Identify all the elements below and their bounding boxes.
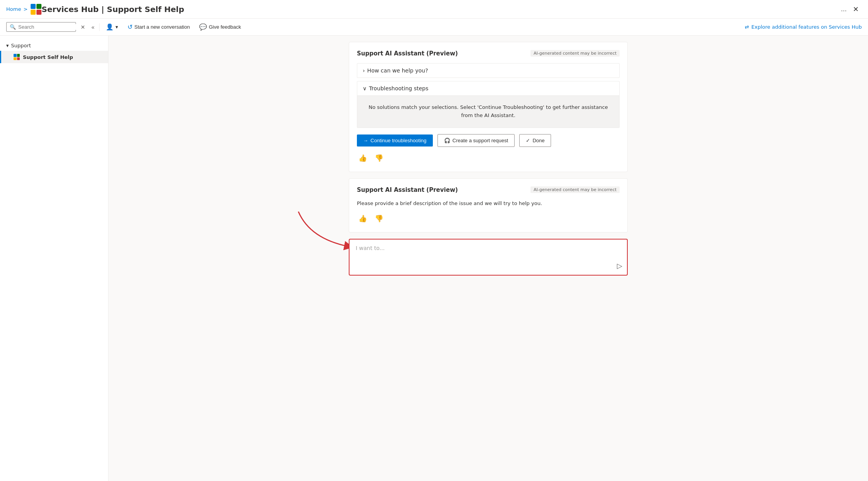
- start-new-conversation-button[interactable]: ↺ Start a new conversation: [124, 22, 193, 32]
- sidebar-group-support: ▾ Support Support Self Help: [0, 39, 108, 65]
- card-1-ai-badge: AI-generated content may be incorrect: [530, 50, 620, 57]
- home-link[interactable]: Home: [6, 6, 21, 12]
- chevron-down-icon: ▾: [6, 43, 9, 48]
- headset-icon: 🎧: [444, 138, 450, 143]
- icon-sq-yellow: [14, 57, 17, 60]
- logo-green: [36, 4, 41, 9]
- done-button[interactable]: ✓ Done: [519, 134, 551, 147]
- checkmark-icon: ✓: [526, 138, 530, 143]
- arrow-icon: →: [363, 138, 368, 143]
- card-1-buttons: → Continue troubleshooting 🎧 Create a su…: [357, 134, 620, 147]
- thumbs-up-button-1[interactable]: 👍: [357, 152, 369, 164]
- accordion-troubleshooting-header[interactable]: ∨ Troubleshooting steps: [357, 81, 619, 95]
- feedback-icon: 💬: [199, 23, 207, 31]
- main-content: Support AI Assistant (Preview) AI-genera…: [108, 36, 868, 481]
- input-area: ▷: [349, 239, 628, 276]
- sidebar-group-header[interactable]: ▾ Support: [0, 40, 108, 51]
- main-layout: ▾ Support Support Self Help Support AI A…: [0, 36, 868, 481]
- toolbar: 🔍 ✕ « 👤 ▾ ↺ Start a new conversation 💬 G…: [0, 19, 868, 36]
- accordion-troubleshooting-content: No solutions match your selections. Sele…: [357, 95, 619, 128]
- chevron-right-icon: ›: [363, 67, 365, 74]
- accordion-troubleshooting[interactable]: ∨ Troubleshooting steps No solutions mat…: [357, 81, 620, 128]
- thumbs-up-button-2[interactable]: 👍: [357, 213, 369, 224]
- icon-sq-red: [17, 57, 20, 60]
- card-2-description: Please provide a brief description of th…: [357, 200, 620, 208]
- send-button[interactable]: ▷: [617, 262, 622, 270]
- accordion-help-header[interactable]: › How can we help you?: [357, 64, 619, 78]
- icon-sq-blue: [14, 54, 17, 57]
- search-box: 🔍: [6, 22, 76, 32]
- clear-search-button[interactable]: ✕: [79, 22, 87, 32]
- close-button[interactable]: ✕: [850, 3, 862, 15]
- icon-sq-green: [17, 54, 20, 57]
- give-feedback-button[interactable]: 💬 Give feedback: [196, 22, 244, 32]
- card-2-title: Support AI Assistant (Preview): [357, 186, 458, 193]
- app-logo: [31, 4, 41, 15]
- thumbs-down-button-1[interactable]: 👎: [373, 152, 385, 164]
- logo-blue: [31, 4, 36, 9]
- send-icon: ▷: [617, 262, 622, 270]
- search-icon: 🔍: [10, 24, 16, 30]
- user-icon: 👤: [106, 23, 114, 31]
- card-2-header: Support AI Assistant (Preview) AI-genera…: [357, 186, 620, 193]
- card-1-feedback: 👍 👎: [357, 152, 620, 164]
- accordion-help[interactable]: › How can we help you?: [357, 63, 620, 78]
- continue-troubleshooting-button[interactable]: → Continue troubleshooting: [357, 134, 433, 147]
- back-button[interactable]: «: [90, 22, 96, 32]
- card-2-ai-badge: AI-generated content may be incorrect: [530, 186, 620, 193]
- breadcrumb: Home >: [6, 6, 28, 12]
- user-dropdown-icon: ▾: [115, 24, 118, 30]
- sidebar-item-icon: [14, 54, 20, 60]
- card-1-title: Support AI Assistant (Preview): [357, 50, 458, 57]
- top-bar: Home > Services Hub | Support Self Help …: [0, 0, 868, 19]
- search-input[interactable]: [18, 24, 83, 30]
- message-input[interactable]: [356, 245, 621, 268]
- page-title: Services Hub | Support Self Help: [41, 5, 838, 14]
- explore-link[interactable]: ⇄ Explore additional features on Service…: [745, 24, 862, 30]
- thumbs-down-button-2[interactable]: 👎: [373, 213, 385, 224]
- logo-red: [36, 10, 41, 15]
- breadcrumb-separator: >: [23, 6, 28, 12]
- card-1-header: Support AI Assistant (Preview) AI-genera…: [357, 50, 620, 57]
- create-support-request-button[interactable]: 🎧 Create a support request: [437, 134, 515, 147]
- card-2-feedback: 👍 👎: [357, 213, 620, 224]
- user-icon-button[interactable]: 👤 ▾: [103, 22, 121, 32]
- sidebar-item-support-self-help[interactable]: Support Self Help: [0, 51, 108, 63]
- chevron-down-icon: ∨: [363, 85, 367, 91]
- card-2: Support AI Assistant (Preview) AI-genera…: [349, 178, 628, 233]
- refresh-icon: ↺: [127, 23, 133, 31]
- sidebar: ▾ Support Support Self Help: [0, 36, 108, 481]
- explore-icon: ⇄: [745, 24, 749, 30]
- logo-yellow: [31, 10, 36, 15]
- card-1: Support AI Assistant (Preview) AI-genera…: [349, 42, 628, 172]
- toolbar-separator: [99, 23, 100, 31]
- ellipsis-button[interactable]: ...: [838, 3, 850, 15]
